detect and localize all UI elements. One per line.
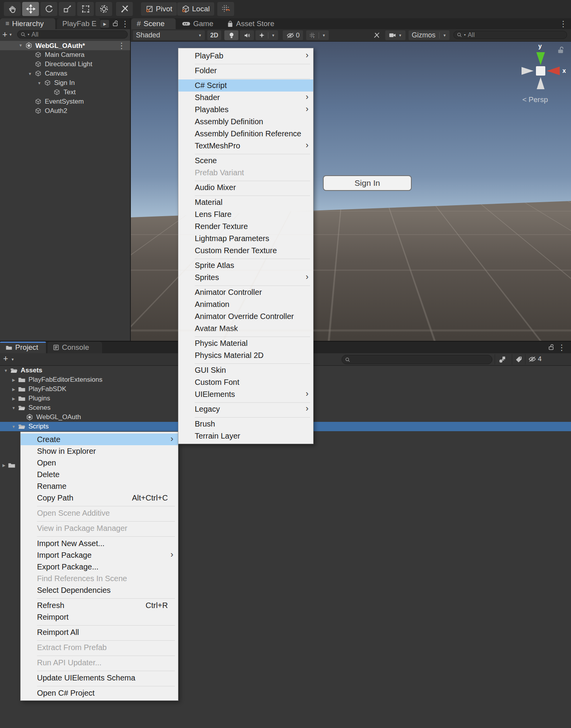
hierarchy-row[interactable]: OAuth2 ⋮ [0,106,130,116]
create-menu-item[interactable]: Material › [178,196,313,208]
viewport-lock-icon[interactable] [557,46,565,56]
create-menu-item[interactable]: › [195,361,310,364]
rotate-tool-button[interactable] [41,2,57,16]
context-menu-item[interactable]: View in Package Manager › [21,522,178,534]
create-menu-item[interactable]: Terrain Layer › [178,430,313,442]
tab-playfab-editor[interactable]: PlayFab E [57,18,100,29]
context-menu-item[interactable]: › [37,534,175,538]
scene-lighting-button[interactable] [224,30,238,40]
search-filter-caret-icon[interactable]: ▼ [27,33,30,36]
create-menu-item[interactable]: Assembly Definition Reference › [178,128,313,140]
hierarchy-row[interactable]: Main Camera ⋮ [0,50,130,60]
context-menu-item[interactable]: Import New Asset... › [21,538,178,549]
create-menu-item[interactable]: Physics Material 2D › [178,349,313,361]
context-menu-item[interactable]: › [37,653,175,657]
create-menu-item[interactable]: Shader › [178,92,313,104]
tree-arrow-icon[interactable] [16,44,25,48]
create-menu-item[interactable]: Legacy › [178,403,313,415]
scene-search-input[interactable]: ▼ All [453,31,567,39]
create-menu-item[interactable]: › [195,415,310,418]
scene-grid-dropdown[interactable]: Y ▼ [306,30,329,40]
create-menu-item[interactable]: Animator Override Controller › [178,310,313,323]
hand-tool-button[interactable] [4,2,21,16]
context-menu-item[interactable]: Show in Explorer › [21,445,178,457]
gizmo-negx-axis-cone[interactable] [522,67,534,75]
hierarchy-lock-icon[interactable] [112,20,119,28]
create-menu-item[interactable]: Brush › [178,418,313,430]
create-menu-item[interactable]: GUI Skin › [178,364,313,376]
gizmos-dropdown[interactable]: Gizmos ▼ [409,30,449,40]
hierarchy-row[interactable]: Text ⋮ [0,88,130,97]
row-kebab-icon[interactable]: ⋮ [118,42,125,49]
context-menu-item[interactable]: Reimport › [21,611,178,623]
scene-effects-dropdown[interactable]: ▼ [256,30,278,40]
create-menu-item[interactable]: › [195,179,310,182]
create-menu-item[interactable]: Physic Material › [178,337,313,349]
tree-arrow-icon[interactable] [26,72,34,76]
create-menu-item[interactable]: Prefab Variant › [178,167,313,179]
create-menu-item[interactable]: Sprites › [178,271,313,284]
create-menu-item[interactable]: Scene › [178,155,313,167]
tree-arrow-icon[interactable] [9,406,18,410]
create-menu-item[interactable]: › [195,284,310,286]
create-menu-item[interactable]: Animator Controller › [178,286,313,298]
context-menu-item[interactable]: › [37,504,175,507]
tab-console[interactable]: Console [48,342,102,353]
hierarchy-row[interactable]: Directional Light ⋮ [0,60,130,69]
context-menu-item[interactable]: Find References In Scene › [21,573,178,584]
create-menu-item[interactable]: Lens Flare › [178,208,313,220]
scene-visibility-button[interactable]: 0 [283,30,303,40]
create-menu-item[interactable]: Render Texture › [178,220,313,233]
tab-scene[interactable]: # Scene [131,18,176,29]
context-menu-item[interactable]: Export Package... › [21,561,178,573]
scene-kebab-icon[interactable]: ⋮ [559,20,567,28]
context-menu-item[interactable]: › [37,596,175,599]
scale-tool-button[interactable] [59,2,76,16]
tab-asset-store[interactable]: Asset Store [222,18,284,29]
tree-arrow-icon[interactable] [9,425,18,429]
create-menu-item[interactable]: Avatar Mask › [178,323,313,335]
scene-audio-button[interactable] [240,30,254,40]
context-menu-item[interactable]: Update UIElements Schema › [21,672,178,684]
context-menu-item[interactable]: Open Scene Additive › [21,507,178,519]
custom-tool-button[interactable] [116,2,133,16]
create-menu-item[interactable]: › [195,77,310,79]
hierarchy-kebab-icon[interactable]: ⋮ [121,20,129,28]
tree-arrow-icon[interactable]: ▶ [0,463,8,467]
gizmo-negy-axis-cone[interactable] [537,77,545,89]
hierarchy-row[interactable]: Sign In ⋮ [0,78,130,88]
tree-arrow-icon[interactable] [9,378,18,382]
context-menu-item[interactable]: Open › [21,457,178,469]
create-menu-item[interactable]: Audio Mixer › [178,182,313,194]
create-menu-item[interactable]: PlayFab › [178,50,313,62]
context-menu-item[interactable]: › [37,638,175,642]
context-menu-item[interactable]: Refresh Ctrl+R › [21,599,178,611]
grid-snap-button[interactable] [217,2,234,16]
context-menu-item[interactable]: Extract From Prefab › [21,642,178,653]
create-menu-item[interactable]: UIElements › [178,388,313,400]
project-kebab-icon[interactable]: ⋮ [558,344,566,351]
gizmo-center-cube[interactable] [536,66,545,76]
context-menu-item[interactable]: Select Dependencies › [21,584,178,596]
shading-mode-dropdown[interactable]: Shaded ▼ [133,30,205,40]
tree-arrow-icon[interactable] [35,81,44,85]
hierarchy-add-button[interactable]: + [2,30,7,39]
create-menu-item[interactable]: Lightmap Parameters › [178,233,313,245]
context-menu-item[interactable]: Create › [21,434,178,445]
tab-game[interactable]: Game [176,18,221,29]
pivot-toggle-button[interactable]: Pivot [141,2,177,16]
hierarchy-search-input[interactable]: ▼ All [17,30,128,39]
context-menu-item[interactable]: Reimport All › [21,626,178,638]
project-visibility-button[interactable]: 4 [528,355,541,363]
create-menu-item[interactable]: › [195,194,310,196]
tree-arrow-icon[interactable] [9,397,18,401]
context-menu-item[interactable]: Delete › [21,469,178,480]
project-add-caret-icon[interactable]: ▼ [11,358,14,361]
local-toggle-button[interactable]: Local [177,2,214,16]
tab-project[interactable]: Project [0,342,46,353]
create-menu-item[interactable]: Playables › [178,104,313,116]
projection-mode-label[interactable]: <Persp [522,95,548,104]
search-filter-caret-icon[interactable]: ▼ [463,33,466,36]
tab-overflow-arrow-icon[interactable]: ▶ [100,20,109,28]
transform-tool-button[interactable] [95,2,112,16]
